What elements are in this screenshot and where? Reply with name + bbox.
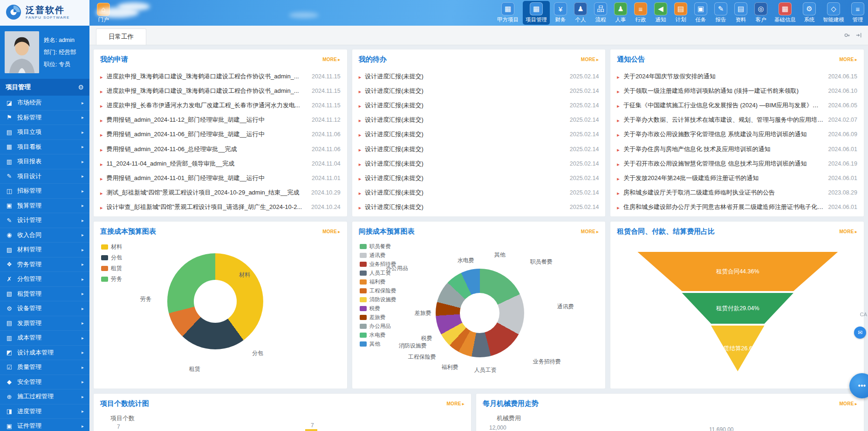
item-text[interactable]: 关于举办大数据、云计算技术在城市建设、规划、管理与服务中的应用培训班...: [623, 116, 825, 124]
item-text[interactable]: 关于举办市政公用设施数字化管理信息 系统建设与应用培训班的通知: [623, 130, 825, 139]
item-text[interactable]: 于征集《中国建筑施工行业信息化发展报告 (2024) —BIM应用与发展》材料.…: [623, 101, 825, 110]
item-text[interactable]: 设计进度汇报(未提交): [365, 87, 566, 95]
list-item[interactable]: 关于领取一级注册建造师培训项贴的通知 (须持一建证书前来领取) 2024.06.…: [617, 83, 857, 98]
sidebar-menu-item[interactable]: ✎ 设计管理: [0, 213, 89, 228]
sidebar-menu-item[interactable]: ▥ 项目报表: [0, 154, 89, 169]
list-item[interactable]: 关于举办市政公用设施数字化管理信息 系统建设与应用培训班的通知 2024.06.…: [617, 127, 857, 142]
tab-daily-work[interactable]: 日常工作: [96, 28, 146, 45]
item-text[interactable]: 设计进度汇报(未提交): [365, 160, 566, 168]
item-text[interactable]: 住房和城乡建设部办公厅关于同意吉林省开展二级建造师注册证书电子化试点...: [623, 203, 825, 211]
item-text[interactable]: 关于召开市政公用设施智慧化管理信息 信息技术与应用培训班的通知: [623, 160, 825, 168]
list-item[interactable]: 费用报销_admin_2024-11-06_总经理审批__完成 2024.11.…: [100, 142, 341, 156]
item-text[interactable]: 设计进度汇报(未提交): [365, 72, 566, 81]
list-item[interactable]: 房和城乡建设厅关于取消二级建造师临时执业证书的公告 2023.08.29: [617, 186, 857, 200]
topnav-item[interactable]: ◀ 通知: [651, 1, 670, 25]
gear-icon[interactable]: ⚙: [78, 83, 84, 91]
item-text[interactable]: 费用报销_admin_2024-11-06_总经理审批__完成: [107, 145, 308, 153]
item-text[interactable]: 进度款申报_珠海鹤港口建设_珠海鹤港口建设工程合作协议书_admin_...: [107, 72, 308, 81]
sidebar-menu-item[interactable]: ◆ 安全管理: [0, 375, 89, 390]
sidebar-menu-item[interactable]: ▣ 证件管理: [0, 419, 89, 431]
item-text[interactable]: 关于发放2024年第24批一级建造师注册证书的通知: [623, 174, 825, 182]
funnel-segment[interactable]: 租赁付款29.04%: [637, 293, 838, 324]
item-text[interactable]: 设计审查_彭祖新城“四馆”景观工程设计项目_请选择_胡广生_2024-10-2.…: [107, 203, 308, 211]
sidebar-menu-item[interactable]: ✎ 项目设计: [0, 169, 89, 184]
legend-item[interactable]: 租赁: [101, 264, 122, 272]
list-item[interactable]: 进度款申报_珠海鹤港口建设_珠海鹤港口建设工程合作协议书_admin_... 2…: [100, 83, 341, 98]
legend-item[interactable]: 消防设施费: [360, 296, 396, 303]
list-item[interactable]: 于征集《中国建筑施工行业信息化发展报告 (2024) —BIM应用与发展》材料.…: [617, 98, 857, 112]
funnel-segment[interactable]: 租赁合同44.36%: [637, 252, 838, 291]
item-text[interactable]: 设计进度汇报(未提交): [365, 174, 566, 182]
topnav-item[interactable]: ▦ 甲方项目: [494, 1, 521, 25]
list-item[interactable]: 住房和城乡建设部办公厅关于同意吉林省开展二级建造师注册证书电子化试点... 20…: [617, 200, 857, 215]
list-item[interactable]: 设计进度汇报(未提交) 2025.02.14: [359, 98, 599, 112]
legend-item[interactable]: 福利费: [360, 278, 396, 285]
sidebar-menu-item[interactable]: ▨ 材料管理: [0, 243, 89, 257]
legend-item[interactable]: 材料: [101, 243, 122, 251]
legend-item[interactable]: 水电费: [360, 332, 396, 339]
item-text[interactable]: 设计进度汇报(未提交): [365, 116, 566, 124]
item-text[interactable]: 设计进度汇报(未提交): [365, 145, 566, 153]
topnav-item[interactable]: ▦ 基础信息: [772, 1, 799, 25]
sidebar-menu-item[interactable]: ▥ 成本管理: [0, 331, 89, 346]
legend-item[interactable]: 其他: [360, 341, 396, 348]
topnav-item[interactable]: ▦ 项目管理: [523, 1, 550, 25]
list-item[interactable]: 11_2024-11-04_admin_经营部_领导审批__完成 2024.11…: [100, 156, 341, 171]
collapse-panel-icon[interactable]: [855, 32, 862, 39]
item-text[interactable]: 费用报销_admin_2024-11-01_部门经理审批_胡建__运行中: [107, 174, 308, 182]
list-item[interactable]: 设计进度汇报(未提交) 2025.02.14: [359, 156, 599, 171]
item-text[interactable]: 测试_彭祖新城“四馆”景观工程设计项目_2024-10-29_admin_结束_…: [107, 188, 308, 197]
list-item[interactable]: 费用报销_admin_2024-11-01_部门经理审批_胡建__运行中 202…: [100, 171, 341, 185]
topnav-item[interactable]: ◇ 智能建模: [820, 1, 847, 25]
bar[interactable]: [305, 429, 317, 431]
topnav-item[interactable]: ✎ 报告: [711, 1, 730, 25]
legend-item[interactable]: 职员餐费: [360, 243, 396, 250]
item-text[interactable]: 设计进度汇报(未提交): [365, 101, 566, 110]
sidebar-menu-item[interactable]: ◨ 进度管理: [0, 404, 89, 419]
list-item[interactable]: 费用报销_admin_2024-11-12_部门经理审批_胡建__运行中 202…: [100, 113, 341, 127]
side-tab-ca[interactable]: CA: [860, 312, 867, 317]
topnav-item[interactable]: ▤ 计划: [671, 1, 690, 25]
item-text[interactable]: 设计进度汇报(未提交): [365, 188, 566, 197]
more-link[interactable]: MORE: [322, 57, 341, 62]
sidebar-menu-item[interactable]: ⚙ 设备管理: [0, 301, 89, 316]
sidebar-menu-item[interactable]: ☑ 质量管理: [0, 360, 89, 375]
legend-item[interactable]: 税费: [360, 305, 396, 312]
more-link[interactable]: MORE: [322, 229, 341, 234]
list-item[interactable]: 关于2024年国庆节放假安排的通知 2024.06.15: [617, 69, 857, 83]
topnav-item[interactable]: ◎ 客户: [752, 1, 770, 25]
list-item[interactable]: 设计审查_彭祖新城“四馆”景观工程设计项目_请选择_胡广生_2024-10-2.…: [100, 200, 341, 215]
list-item[interactable]: 费用报销_admin_2024-11-06_部门经理审批_胡建__运行中 202…: [100, 127, 341, 142]
key-icon[interactable]: [844, 32, 851, 39]
more-link[interactable]: MORE: [581, 57, 599, 62]
more-link[interactable]: MORE: [581, 229, 599, 234]
sidebar-menu-item[interactable]: ⊕ 施工过程管理: [0, 389, 89, 404]
topnav-item[interactable]: ≡ 行政: [631, 1, 650, 25]
sidebar-menu-item[interactable]: ▤ 项目立项: [0, 125, 89, 140]
item-text[interactable]: 关于领取一级注册建造师培训项贴的通知 (须持一建证书前来领取): [623, 87, 825, 95]
topnav-item[interactable]: ♟ 人事: [611, 1, 630, 25]
sidebar-menu-item[interactable]: ▧ 租赁管理: [0, 287, 89, 302]
item-text[interactable]: 费用报销_admin_2024-11-12_部门经理审批_胡建__运行中: [107, 116, 308, 124]
legend-item[interactable]: 分包: [101, 254, 122, 262]
legend-item[interactable]: 工程保险费: [360, 287, 396, 294]
item-text[interactable]: 房和城乡建设厅关于取消二级建造师临时执业证书的公告: [623, 188, 825, 197]
sidebar-menu-item[interactable]: ◩ 设计成本管理: [0, 346, 89, 361]
legend-item[interactable]: 办公用品: [360, 323, 396, 330]
sidebar-menu-item[interactable]: ◫ 招标管理: [0, 184, 89, 199]
item-text[interactable]: 关于2024年国庆节放假安排的通知: [623, 72, 825, 81]
item-text[interactable]: 进度款申报_长春市伊通河水力发电厂改建工程_长春市伊通河水力发电...: [107, 101, 308, 110]
topnav-item[interactable]: 品 流程: [591, 1, 610, 25]
list-item[interactable]: 设计进度汇报(未提交) 2025.02.14: [359, 113, 599, 127]
legend-item[interactable]: 差旅费: [360, 314, 396, 321]
sidebar-menu-item[interactable]: ⚑ 投标管理: [0, 111, 89, 125]
topnav-item[interactable]: ¥ 财务: [551, 1, 570, 25]
float-message-button[interactable]: ✉: [854, 327, 866, 339]
more-link[interactable]: MORE: [446, 401, 465, 406]
topnav-item[interactable]: ▣ 任务: [691, 1, 710, 25]
donut-chart[interactable]: [436, 269, 524, 357]
funnel-segment[interactable]: 租赁结算26.6%: [637, 326, 838, 371]
list-item[interactable]: 进度款申报_长春市伊通河水力发电厂改建工程_长春市伊通河水力发电... 2024…: [100, 98, 341, 112]
sidebar-menu-item[interactable]: ❖ 劳务管理: [0, 257, 89, 272]
sidebar-menu-item[interactable]: ▤ 发票管理: [0, 316, 89, 331]
